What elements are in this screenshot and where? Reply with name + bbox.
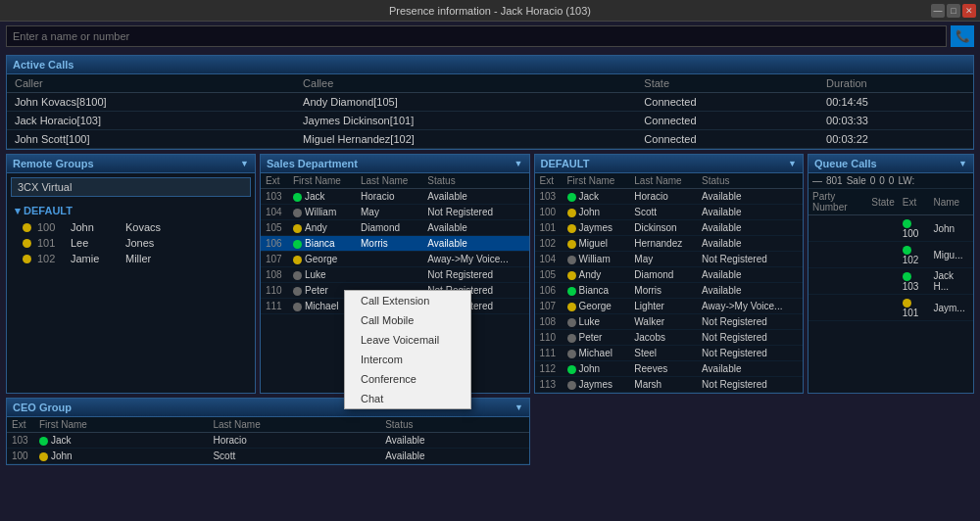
minus-icon[interactable]: — [812,175,822,186]
context-menu: Call ExtensionCall MobileLeave Voicemail… [344,290,471,409]
active-calls-row[interactable]: John Scott[100]Miguel Hernandez[102]Conn… [7,130,973,149]
default-group-arrow[interactable]: ▼ [788,159,797,168]
active-calls-table: Caller Callee State Duration John Kovacs… [7,74,973,149]
remote-group-item[interactable]: 102 Jamie Miller [11,251,251,266]
search-input[interactable] [6,25,947,47]
ceo-firstname-header: First Name [34,417,208,433]
default-group-row[interactable]: 110 Peter Jacobs Not Registered [535,330,804,346]
status-dot [567,209,576,217]
status-dot [293,209,302,217]
ceo-group-arrow[interactable]: ▼ [514,403,523,412]
default-group-row[interactable]: 108 Luke Walker Not Registered [535,314,804,330]
active-calls-row[interactable]: Jack Horacio[103]Jaymes Dickinson[101]Co… [7,112,973,130]
queue-ext-header: Ext [899,189,930,215]
status-dot [293,240,302,249]
tree-group-default[interactable]: ▾ DEFAULT [11,203,251,219]
status-dot [567,350,576,358]
status-dot [567,271,576,280]
context-menu-item[interactable]: Call Extension [345,291,470,310]
default-group-row[interactable]: 107 George Lighter Away->My Voice... [535,299,804,314]
status-dot [23,223,31,232]
status-dot [293,271,302,280]
default-group-row[interactable]: 106 Bianca Morris Available [535,283,804,299]
sales-dept-arrow[interactable]: ▼ [514,159,523,168]
status-dot [293,303,302,311]
group-tree: ▾ DEFAULT 100 John Kovacs 101 Lee Jones … [7,201,255,268]
default-group-table: Ext First Name Last Name Status 103 Jack… [535,173,804,393]
sales-dept-row[interactable]: 107 George Away->My Voice... [261,252,529,267]
default-group-row[interactable]: 105 Andy Diamond Available [535,267,804,283]
context-menu-item[interactable]: Leave Voicemail [345,330,470,350]
queue-row[interactable]: 102 Migu... [808,242,973,268]
phone-button[interactable]: 📞 [951,25,974,47]
duration-header: Duration [818,74,973,93]
context-menu-item[interactable]: Intercom [345,350,470,369]
remote-group-item[interactable]: 101 Lee Jones [11,235,251,251]
default-group-panel: DEFAULT ▼ Ext First Name Last Name Statu… [534,154,805,394]
default-group-row[interactable]: 101 Jaymes Dickinson Available [535,220,804,236]
queue-row[interactable]: 103 Jack H... [808,268,973,295]
queue-calls-arrow[interactable]: ▼ [958,159,967,168]
status-dot [567,193,576,202]
minimize-button[interactable]: — [931,4,945,18]
default-group-row[interactable]: 111 Michael Steel Not Registered [535,346,804,361]
sales-dept-row[interactable]: 106 Bianca Morris Available [261,236,529,252]
default-group-row[interactable]: 104 William May Not Registered [535,252,804,267]
sales-ext-header: Ext [261,173,288,189]
status-dot [293,224,302,233]
sales-dept-panel: Sales Department ▼ Ext First Name Last N… [260,154,530,394]
status-dot [39,437,48,446]
remote-groups-select[interactable]: 3CX Virtual [11,177,251,197]
active-calls-row[interactable]: John Kovacs[8100]Andy Diamond[105]Connec… [7,93,973,112]
sales-dept-row[interactable]: 104 William May Not Registered [261,205,529,220]
status-dot [567,365,576,374]
queue-row[interactable]: 101 Jaym... [808,295,973,321]
callee-header: Callee [295,74,636,93]
default-group-header: DEFAULT ▼ [535,155,804,173]
queue-stats: — 801 Sale 0 0 0 LW: [808,173,973,189]
def-ext-header: Ext [535,173,563,189]
ceo-group-row[interactable]: 103 Jack Horacio Available [7,433,529,449]
default-group-row[interactable]: 112 John Reeves Available [535,361,804,377]
title-bar: Presence information - Jack Horacio (103… [0,0,980,22]
ceo-status-header: Status [380,417,529,433]
status-dot [567,381,576,390]
state-header: State [636,74,818,93]
default-group-row[interactable]: 113 Jaymes Marsh Not Registered [535,377,804,393]
ceo-lastname-header: Last Name [208,417,380,433]
sales-dept-row[interactable]: 103 Jack Horacio Available [261,189,529,205]
status-dot [567,334,576,343]
default-group-row[interactable]: 102 Miguel Hernandez Available [535,236,804,252]
close-button[interactable]: ✕ [962,4,976,18]
sales-dept-row[interactable]: 108 Luke Not Registered [261,267,529,283]
status-dot [23,255,31,263]
context-menu-item[interactable]: Call Mobile [345,310,470,330]
remote-group-item[interactable]: 100 John Kovacs [11,219,251,235]
context-menu-item[interactable]: Chat [345,389,470,408]
sales-status-header: Status [422,173,528,189]
search-bar: 📞 [0,22,980,51]
active-calls-header: Active Calls [7,56,973,74]
status-dot [903,272,911,281]
queue-name-header: Name [929,189,973,215]
remote-groups-header: Remote Groups ▼ [7,155,255,173]
queue-row[interactable]: 100 John [808,215,973,242]
sales-firstname-header: First Name [288,173,356,189]
context-menu-item[interactable]: Conference [345,369,470,389]
def-lastname-header: Last Name [629,173,697,189]
window-controls[interactable]: — □ ✕ [931,4,976,18]
ceo-ext-header: Ext [7,417,34,433]
remote-groups-panel: Remote Groups ▼ 3CX Virtual ▾ DEFAULT 10… [6,154,256,394]
maximize-button[interactable]: □ [947,4,960,18]
status-dot [293,287,302,296]
window-title: Presence information - Jack Horacio (103… [389,5,591,17]
status-dot [567,224,576,233]
default-group-row[interactable]: 100 John Scott Available [535,205,804,220]
default-group-row[interactable]: 103 Jack Horacio Available [535,189,804,205]
status-dot [567,240,576,249]
sales-dept-row[interactable]: 105 Andy Diamond Available [261,220,529,236]
queue-table: Party Number State Ext Name 100 John 102… [808,189,973,321]
status-dot [903,219,911,228]
ceo-group-row[interactable]: 100 John Scott Available [7,449,529,464]
remote-groups-arrow[interactable]: ▼ [240,159,249,168]
